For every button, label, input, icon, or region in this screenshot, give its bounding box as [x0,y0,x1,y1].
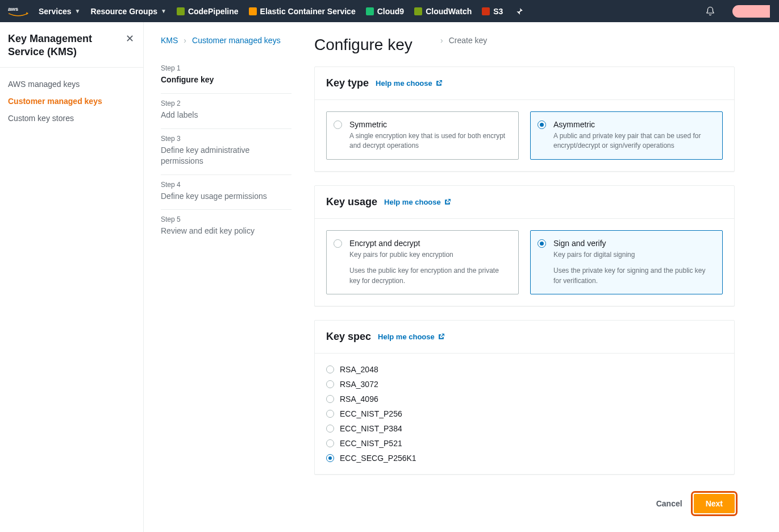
pin-cloudwatch[interactable]: CloudWatch [414,7,472,16]
keyspec-rsa_4096[interactable]: RSA_4096 [326,394,723,404]
pin-codepipeline[interactable]: CodePipeline [177,7,239,16]
breadcrumb: KMS › Customer managed keys [161,36,291,45]
search-input[interactable] [731,4,771,19]
wizard-step[interactable]: Step 2Add labels [161,94,291,129]
pin-s3[interactable]: S3 [482,7,503,16]
help-key-usage[interactable]: Help me choose [384,198,451,206]
service-icon [366,7,374,15]
radio-icon [334,120,342,129]
service-icon [177,7,185,15]
radio-icon [538,239,546,248]
radio-icon [538,120,546,129]
wizard-step[interactable]: Step 3Define key administrative permissi… [161,129,291,175]
panel-key-usage: Key usage Help me choose Encrypt and dec… [314,185,735,306]
sidebar-item-aws-managed-keys[interactable]: AWS managed keys [0,76,143,93]
wizard-step[interactable]: Step 1Configure key [161,59,291,94]
help-key-spec[interactable]: Help me choose [378,332,445,341]
panel-key-type: Key type Help me choose SymmetricA singl… [314,66,735,172]
pin-elastic-container-service[interactable]: Elastic Container Service [249,7,356,16]
services-label: Services [39,7,72,16]
next-button[interactable]: Next [694,494,735,513]
keytype-symmetric[interactable]: SymmetricA single encryption key that is… [326,111,519,160]
sidebar: Key Management Service (KMS) ✕ AWS manag… [0,22,144,532]
sidebar-nav: AWS managed keysCustomer managed keysCus… [0,68,143,135]
resource-groups-label: Resource Groups [91,7,157,16]
key-usage-heading: Key usage [326,196,377,208]
wizard-actions: Cancel Next [314,488,735,513]
radio-icon [326,425,334,433]
keyspec-ecc_nist_p521[interactable]: ECC_NIST_P521 [326,439,723,448]
external-link-icon [435,80,443,87]
wizard-step[interactable]: Step 4Define key usage permissions [161,175,291,210]
radio-icon [326,365,334,373]
keyusage-encrypt-and-decrypt[interactable]: Encrypt and decryptKey pairs for public … [326,230,519,294]
wizard-steps: Step 1Configure keyStep 2Add labelsStep … [161,59,291,244]
panel-key-spec: Key spec Help me choose RSA_2048RSA_3072… [314,320,735,475]
services-menu[interactable]: Services ▼ [39,7,81,16]
key-type-heading: Key type [326,77,369,89]
radio-icon [326,439,334,447]
cancel-button[interactable]: Cancel [653,494,686,513]
keytype-asymmetric[interactable]: AsymmetricA public and private key pair … [530,111,723,160]
help-key-type[interactable]: Help me choose [376,79,443,88]
sidebar-item-customer-managed-keys[interactable]: Customer managed keys [0,93,143,110]
chevron-right-icon: › [184,36,186,45]
service-icon [414,7,422,15]
service-icon [249,7,257,15]
keyspec-ecc_nist_p384[interactable]: ECC_NIST_P384 [326,424,723,433]
radio-icon [326,410,334,418]
svg-text:aws: aws [8,5,18,11]
radio-icon [326,395,334,403]
breadcrumb-current: › Create key [440,36,487,45]
chevron-down-icon: ▼ [75,8,81,14]
service-icon [482,7,490,15]
keyspec-ecc_secg_p256k1[interactable]: ECC_SECG_P256K1 [326,454,723,463]
resource-groups-menu[interactable]: Resource Groups ▼ [91,7,166,16]
wizard-step[interactable]: Step 5Review and edit key policy [161,210,291,244]
top-nav: aws Services ▼ Resource Groups ▼ CodePip… [0,0,779,22]
chevron-down-icon: ▼ [161,8,166,14]
sidebar-title: Key Management Service (KMS) [8,32,126,58]
radio-icon [334,239,342,248]
breadcrumb-kms[interactable]: KMS [161,36,178,45]
keyspec-rsa_2048[interactable]: RSA_2048 [326,365,723,374]
key-spec-heading: Key spec [326,331,371,343]
pin-icon[interactable] [515,7,523,15]
bell-icon[interactable] [705,6,715,16]
close-icon[interactable]: ✕ [126,32,134,45]
radio-icon [326,454,334,462]
chevron-right-icon: › [440,36,443,45]
radio-icon [326,380,334,388]
keyspec-ecc_nist_p256[interactable]: ECC_NIST_P256 [326,409,723,418]
page-title: Configure key [314,36,735,54]
external-link-icon [438,333,445,340]
external-link-icon [444,198,451,206]
pin-cloud9[interactable]: Cloud9 [366,7,404,16]
pinned-services: CodePipelineElastic Container ServiceClo… [177,7,503,16]
sidebar-item-custom-key-stores[interactable]: Custom key stores [0,110,143,127]
breadcrumb-cmk[interactable]: Customer managed keys [192,36,281,45]
aws-logo[interactable]: aws [8,5,28,18]
keyusage-sign-and-verify[interactable]: Sign and verifyKey pairs for digital sig… [530,230,723,294]
keyspec-rsa_3072[interactable]: RSA_3072 [326,380,723,389]
